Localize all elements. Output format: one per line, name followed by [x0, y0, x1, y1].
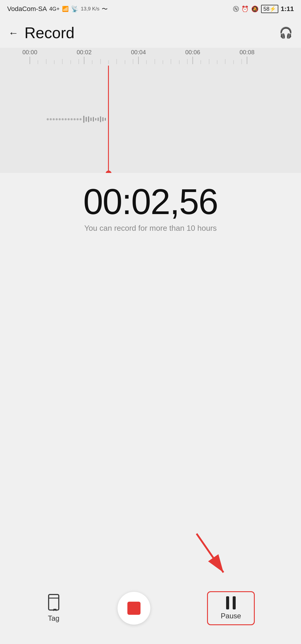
svg-text:00:04: 00:04	[131, 49, 146, 55]
svg-point-34	[47, 118, 49, 120]
svg-rect-49	[90, 117, 92, 121]
svg-rect-52	[98, 117, 99, 121]
svg-point-41	[68, 118, 70, 120]
svg-point-36	[53, 118, 55, 120]
waveform-svg	[0, 66, 301, 173]
signal-strength: 4G+	[49, 6, 60, 12]
control-section: Tag Pause	[0, 591, 301, 625]
bottom-controls: Tag Pause	[0, 584, 301, 644]
svg-point-42	[71, 118, 73, 120]
svg-rect-48	[88, 116, 89, 122]
pause-button[interactable]: Pause	[207, 591, 255, 625]
battery-indicator: 58⚡	[261, 5, 278, 13]
data-speed: 13,9 K/s	[81, 6, 99, 12]
pause-icon	[226, 596, 236, 609]
svg-point-44	[77, 118, 79, 120]
pause-bar-left	[226, 596, 229, 609]
mute-icon: 🔕	[251, 5, 259, 13]
recording-capacity-text: You can record for more than 10 hours	[84, 224, 217, 233]
clock: 1:11	[281, 5, 294, 13]
tag-icon	[46, 594, 61, 612]
back-button[interactable]: ←	[8, 27, 18, 39]
status-left: VodaCom-SA 4G+ 📶 📡 13,9 K/s 〜	[7, 5, 108, 13]
signal-icon: 📶	[62, 6, 69, 12]
middle-spacer	[0, 236, 301, 525]
page-title: Record	[24, 24, 75, 42]
ruler-svg: 00:00 00:02 00:04 00:06 00:08	[0, 48, 301, 66]
annotation-container	[0, 525, 301, 584]
soundwave-icon: 〜	[102, 5, 108, 13]
svg-text:00:02: 00:02	[77, 49, 92, 55]
ruler-labels: 00:00 00:02 00:04 00:06 00:08	[0, 48, 301, 66]
svg-point-43	[74, 118, 76, 120]
svg-rect-53	[100, 116, 101, 122]
annotation-arrow-svg	[182, 525, 235, 584]
svg-text:00:06: 00:06	[185, 49, 200, 55]
waveform-container: 00:00 00:02 00:04 00:06 00:08	[0, 48, 301, 173]
recording-time: 00:02,56	[83, 182, 218, 221]
carrier-name: VodaCom-SA	[7, 5, 47, 13]
timeline-ruler: 00:00 00:02 00:04 00:06 00:08	[0, 48, 301, 66]
svg-point-45	[80, 118, 82, 120]
svg-rect-55	[105, 118, 106, 121]
header-left: ← Record	[8, 24, 75, 42]
app-header: ← Record 🎧	[0, 18, 301, 48]
time-display-section: 00:02,56 You can record for more than 10…	[0, 173, 301, 236]
svg-line-57	[197, 534, 223, 572]
status-right: Ⓝ ⏰ 🔕 58⚡ 1:11	[233, 5, 294, 13]
tag-button[interactable]: Tag	[46, 594, 61, 623]
svg-rect-47	[86, 117, 87, 122]
playhead	[108, 66, 109, 173]
svg-rect-51	[95, 118, 96, 120]
status-bar: VodaCom-SA 4G+ 📶 📡 13,9 K/s 〜 Ⓝ ⏰ 🔕 58⚡ …	[0, 0, 301, 18]
headphone-icon[interactable]: 🎧	[279, 27, 293, 39]
alarm-icon: ⏰	[241, 5, 249, 13]
svg-point-38	[59, 118, 61, 120]
stop-button[interactable]	[118, 592, 150, 625]
svg-point-40	[65, 118, 67, 120]
pause-bar-right	[233, 596, 236, 609]
waveform-area	[0, 66, 301, 173]
stop-icon	[127, 602, 141, 615]
svg-rect-50	[93, 117, 94, 122]
svg-rect-54	[102, 117, 104, 121]
svg-text:00:08: 00:08	[240, 49, 254, 55]
pause-label: Pause	[221, 612, 241, 620]
svg-rect-46	[83, 116, 84, 123]
svg-text:00:00: 00:00	[22, 49, 37, 55]
svg-point-39	[62, 118, 64, 120]
svg-point-37	[56, 118, 58, 120]
wifi-icon: 📡	[71, 5, 78, 13]
svg-point-35	[50, 118, 52, 120]
svg-rect-58	[49, 595, 59, 610]
nfc-icon: Ⓝ	[233, 5, 239, 13]
tag-label: Tag	[48, 614, 59, 623]
